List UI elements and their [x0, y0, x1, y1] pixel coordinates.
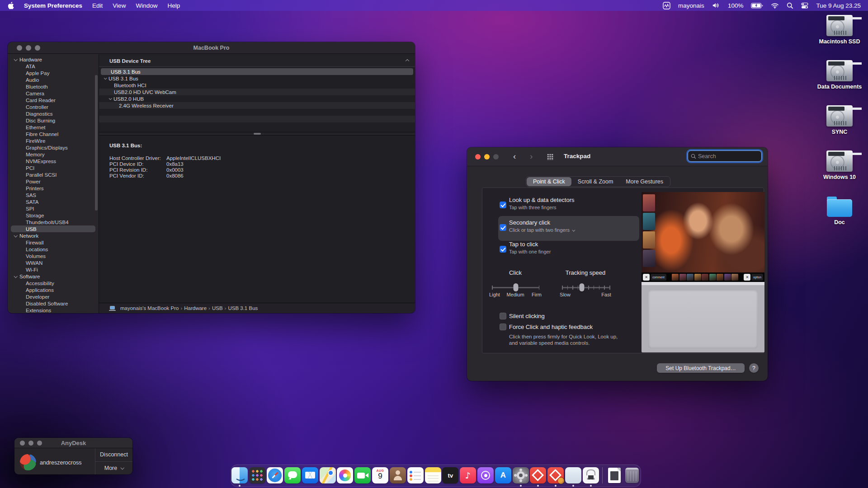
dock-item-trash[interactable] — [623, 467, 641, 487]
dock-item-calendar[interactable]: AUG9 — [372, 467, 389, 487]
dock-item-contacts[interactable] — [389, 467, 406, 487]
sidebar-item-bluetooth[interactable]: Bluetooth — [8, 83, 99, 90]
sidebar-item-storage[interactable]: Storage — [8, 212, 99, 219]
dock-item-finder[interactable] — [231, 467, 249, 487]
desktop-icon-windows-10[interactable]: Windows 10 — [817, 148, 862, 180]
sidebar-item-printers[interactable]: Printers — [8, 185, 99, 192]
sidebar-item-extensions[interactable]: Extensions — [8, 307, 99, 313]
menu-edit[interactable]: Edit — [92, 2, 103, 9]
dock-item-anydesk-session[interactable] — [547, 467, 565, 487]
sysinfo-titlebar[interactable]: MacBook Pro — [8, 42, 415, 54]
lookup-checkbox[interactable] — [500, 202, 506, 208]
usb-device-tree-header[interactable]: USB Device Tree — [99, 55, 415, 67]
sidebar-item-volumes[interactable]: Volumes — [8, 253, 99, 259]
tab-scroll-and-zoom[interactable]: Scroll & Zoom — [571, 177, 620, 186]
zoom-button[interactable] — [35, 45, 40, 51]
dock-item-photos[interactable] — [336, 467, 354, 487]
show-all-grid-icon[interactable] — [547, 153, 554, 160]
dock-item-chip-extractor[interactable] — [582, 467, 600, 487]
control-center-icon[interactable] — [801, 2, 808, 9]
tree-row-usb2-0-hd-uvc-webcam[interactable]: USB2.0 HD UVC WebCam — [99, 89, 415, 95]
dock-item-safari[interactable] — [266, 467, 284, 487]
breadcrumb-item[interactable]: Hardware — [184, 305, 207, 311]
trackpad-toolbar[interactable]: ‹ › Trackpad — [467, 147, 768, 166]
sidebar-item-software[interactable]: Software — [8, 273, 99, 280]
tracking-speed-slider[interactable] — [562, 287, 609, 288]
sidebar-item-card-reader[interactable]: Card Reader — [8, 97, 99, 103]
click-pressure-slider[interactable] — [492, 287, 539, 288]
sidebar-item-spi[interactable]: SPI — [8, 205, 99, 212]
sidebar-item-network[interactable]: Network — [8, 232, 99, 239]
dock-item-document[interactable] — [605, 467, 623, 487]
sidebar-scrollbar[interactable] — [95, 75, 98, 211]
tree-row-usb2-0-hub[interactable]: USB2.0 HUB — [99, 95, 415, 102]
force-click-checkbox[interactable] — [500, 324, 506, 330]
tree-row-bluetooth-hci[interactable]: Bluetooth HCI — [99, 82, 415, 89]
apple-menu[interactable] — [7, 2, 14, 9]
minimize-button[interactable] — [484, 154, 490, 160]
sidebar-item-locations[interactable]: Locations — [8, 246, 99, 253]
dock-item-notes[interactable] — [424, 467, 442, 487]
sidebar-item-accessibility[interactable]: Accessibility — [8, 280, 99, 286]
dock-item-maps[interactable] — [319, 467, 336, 487]
sidebar-item-pci[interactable]: PCI — [8, 164, 99, 171]
back-button[interactable]: ‹ — [513, 151, 516, 161]
setup-bluetooth-trackpad-button[interactable]: Set Up Bluetooth Trackpad… — [657, 363, 745, 373]
tap-to-click-checkbox[interactable] — [500, 246, 506, 253]
sidebar-item-applications[interactable]: Applications — [8, 286, 99, 293]
dock-item-podcasts[interactable] — [477, 467, 495, 487]
secondary-click-subtitle[interactable]: Click or tap with two fingers — [509, 227, 574, 233]
tree-row-2-4g-wireless-receiver[interactable]: 2.4G Wireless Receiver — [99, 102, 415, 109]
desktop-icon-data-documents[interactable]: Data Documents — [817, 58, 862, 90]
pane-splitter[interactable] — [99, 132, 415, 136]
sidebar-item-memory[interactable]: Memory — [8, 151, 99, 158]
dock-item-launchpad[interactable] — [249, 467, 266, 487]
zoom-button[interactable] — [493, 154, 499, 160]
dock-item-facetime[interactable] — [354, 467, 372, 487]
sidebar-item-developer[interactable]: Developer — [8, 293, 99, 300]
sidebar-item-graphics-displays[interactable]: Graphics/Displays — [8, 144, 99, 151]
more-button[interactable]: More — [95, 461, 132, 475]
sidebar-item-fibre-channel[interactable]: Fibre Channel — [8, 131, 99, 137]
desktop-icon-macintosh-ssd[interactable]: Macintosh SSD — [817, 13, 862, 45]
sidebar-item-controller[interactable]: Controller — [8, 103, 99, 110]
sidebar-item-parallel-scsi[interactable]: Parallel SCSI — [8, 171, 99, 178]
sidebar-item-nvmexpress[interactable]: NVMExpress — [8, 158, 99, 164]
sidebar-item-ethernet[interactable]: Ethernet — [8, 124, 99, 131]
sidebar-item-diagnostics[interactable]: Diagnostics — [8, 110, 99, 117]
chevron-down-icon[interactable] — [104, 76, 107, 80]
disconnect-button[interactable]: Disconnect — [95, 448, 132, 461]
dock-item-appletv[interactable] — [442, 467, 459, 487]
sidebar-item-camera[interactable]: Camera — [8, 90, 99, 97]
sidebar-item-usb[interactable]: USB — [11, 225, 95, 232]
minimize-button[interactable] — [28, 441, 33, 446]
sidebar-item-thunderbolt-usb4[interactable]: Thunderbolt/USB4 — [8, 219, 99, 225]
tab-point-and-click[interactable]: Point & Click — [527, 177, 571, 186]
silent-clicking-checkbox[interactable] — [500, 313, 506, 319]
breadcrumb-item[interactable]: USB 3.1 Bus — [228, 305, 258, 311]
anydesk-status-icon[interactable] — [663, 2, 670, 9]
sidebar-item-apple-pay[interactable]: Apple Pay — [8, 70, 99, 76]
wifi-icon[interactable] — [771, 3, 779, 9]
search-field[interactable] — [688, 150, 762, 162]
anydesk-titlebar[interactable]: AnyDesk — [14, 438, 132, 448]
forward-button[interactable]: › — [530, 151, 533, 161]
breadcrumb-item[interactable]: mayonais's MacBook Pro — [120, 305, 179, 311]
battery-icon[interactable] — [751, 3, 763, 9]
close-button[interactable] — [17, 45, 22, 51]
spotlight-search-icon[interactable] — [787, 2, 793, 9]
desktop-icon-sync[interactable]: SYNC — [817, 103, 862, 135]
dock-item-mail[interactable] — [301, 467, 319, 487]
dock-item-anydesk[interactable] — [529, 467, 547, 487]
click-slider-thumb[interactable] — [513, 283, 518, 291]
sidebar-item-firewire[interactable]: FireWire — [8, 137, 99, 144]
sidebar-item-disabled-software[interactable]: Disabled Software — [8, 300, 99, 307]
dock-item-appstore[interactable] — [494, 467, 512, 487]
search-input[interactable] — [698, 153, 752, 160]
sidebar-item-disc-burning[interactable]: Disc Burning — [8, 117, 99, 124]
minimize-button[interactable] — [26, 45, 31, 51]
desktop-icon-doc[interactable]: Doc — [817, 193, 862, 225]
tree-row-usb-3-1-bus[interactable]: USB 3.1 Bus — [99, 75, 415, 82]
sidebar-item-wi-fi[interactable]: Wi-Fi — [8, 266, 99, 273]
zoom-button[interactable] — [37, 441, 42, 446]
